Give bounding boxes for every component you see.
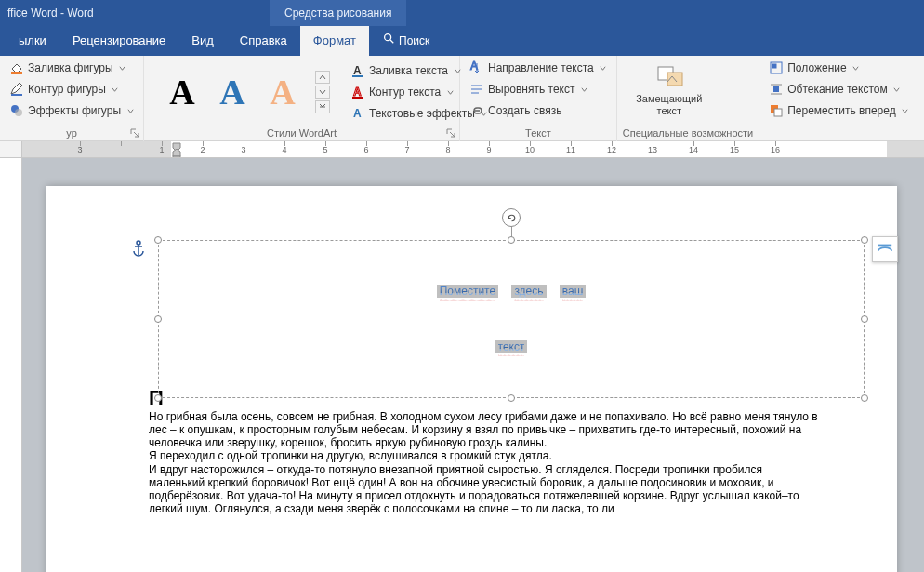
group-arrange: Положение Обтекание текстом Переместить … — [759, 56, 917, 141]
resize-handle-nw[interactable] — [154, 236, 162, 244]
dropdown-icon — [581, 86, 588, 93]
paint-bucket-icon — [9, 60, 24, 75]
ruler-tick: 7 — [404, 141, 409, 158]
wordart-word: Поместите — [440, 286, 495, 299]
group-accessibility: Замещающий текст Специальные возможности — [617, 56, 759, 141]
tab-references-partial[interactable]: ылки — [6, 26, 59, 56]
tab-search[interactable]: Поиск — [369, 26, 442, 56]
text-outline-icon: A — [350, 85, 365, 100]
gallery-scroll-down[interactable] — [315, 86, 330, 99]
group-label: Специальные возможности — [623, 126, 753, 141]
vertical-ruler[interactable] — [0, 158, 22, 572]
cmd-label: Замещающий текст — [632, 93, 706, 117]
tab-help[interactable]: Справка — [227, 26, 300, 56]
wordart-word: текст — [498, 341, 525, 355]
cmd-label: Эффекты фигуры — [28, 104, 121, 117]
alt-text-icon — [654, 61, 684, 91]
svg-rect-23 — [774, 109, 782, 116]
horizontal-ruler[interactable]: 3 1 2 3 4 5 6 7 8 9 10 11 12 13 14 15 16 — [22, 141, 924, 158]
resize-handle-w[interactable] — [154, 315, 162, 323]
svg-text:A: A — [353, 64, 362, 77]
ruler-tick: 9 — [486, 141, 491, 158]
cmd-label: Выровнять текст — [488, 83, 574, 96]
svg-rect-2 — [11, 72, 22, 74]
wordart-preset-3[interactable]: А — [261, 67, 304, 117]
resize-handle-e[interactable] — [861, 315, 868, 323]
align-text-button[interactable]: Выровнять текст — [466, 79, 611, 100]
ruler-tick: 8 — [445, 141, 450, 158]
wordart-word: здесь — [514, 286, 543, 299]
svg-text:A: A — [353, 86, 362, 99]
app-title: ffice Word - Word — [7, 7, 94, 20]
position-button[interactable]: Положение — [765, 58, 912, 78]
dialog-launcher-icon[interactable] — [128, 126, 141, 140]
indent-marker-bottom[interactable] — [167, 149, 186, 158]
document-body-text[interactable]: П Но грибная была осень, совсем не грибн… — [149, 386, 818, 515]
anchor-icon[interactable] — [132, 240, 145, 257]
wordart-preset-1[interactable]: А — [161, 67, 204, 117]
bring-forward-button[interactable]: Переместить вперед — [765, 100, 912, 121]
tab-review[interactable]: Рецензирование — [59, 26, 178, 56]
cmd-label: Текстовые эффекты — [369, 107, 475, 120]
shape-fill-button[interactable]: Заливка фигуры — [6, 58, 138, 78]
dialog-launcher-icon[interactable] — [444, 126, 457, 140]
ruler-tick: 2 — [200, 141, 205, 158]
layout-options-button[interactable] — [872, 236, 898, 262]
paragraph: И вдруг насторожился – откуда-то потянул… — [149, 463, 818, 516]
gallery-more[interactable] — [315, 100, 330, 113]
wordart-preset-2[interactable]: А — [211, 67, 254, 117]
pen-icon — [9, 82, 24, 97]
wordart-textbox[interactable]: Поместите здесь ваш текст — [158, 240, 865, 398]
ruler-tick: 4 — [282, 141, 286, 158]
page[interactable]: П Но грибная была осень, совсем не грибн… — [46, 186, 897, 572]
contextual-tools-tab[interactable]: Средства рисования — [270, 0, 406, 26]
dropdown-icon — [902, 107, 909, 114]
group-label — [765, 126, 912, 141]
text-fill-icon: A — [350, 63, 365, 78]
cmd-label: Переместить вперед — [787, 104, 895, 117]
rotate-handle[interactable] — [502, 208, 521, 227]
group-label: Текст — [466, 126, 611, 141]
resize-handle-ne[interactable] — [861, 236, 868, 244]
svg-marker-25 — [173, 149, 180, 156]
cmd-label: Создать связь — [488, 104, 561, 117]
shape-effects-button[interactable]: Эффекты фигуры — [6, 100, 138, 121]
ruler-tick: 16 — [771, 141, 780, 158]
svg-rect-30 — [878, 245, 891, 247]
wrap-text-icon — [769, 82, 784, 97]
wordart-gallery[interactable]: А А А — [150, 61, 343, 123]
tab-view[interactable]: Вид — [178, 26, 227, 56]
resize-handle-s[interactable] — [508, 394, 515, 402]
document-viewport[interactable]: П Но грибная была осень, совсем не грибн… — [0, 158, 924, 572]
gallery-scroll — [315, 71, 332, 113]
text-direction-button[interactable]: A Направление текста — [466, 58, 611, 78]
gallery-scroll-up[interactable] — [315, 71, 330, 84]
ruler-tick: 3 — [241, 141, 245, 158]
group-text: A Направление текста Выровнять текст Соз… — [460, 56, 617, 141]
svg-point-0 — [385, 34, 391, 41]
dropdown-icon — [852, 64, 860, 72]
resize-handle-sw[interactable] — [154, 394, 162, 402]
svg-rect-7 — [352, 75, 363, 77]
ruler-tick: 10 — [525, 141, 535, 158]
resize-handle-se[interactable] — [861, 394, 868, 402]
resize-handle-n[interactable] — [508, 236, 515, 244]
wordart-text[interactable]: Поместите здесь ваш текст — [232, 249, 790, 361]
create-link-button[interactable]: Создать связь — [466, 100, 611, 121]
group-shape-styles: Заливка фигуры Контур фигуры Эффекты фиг… — [0, 56, 144, 141]
link-icon — [469, 103, 484, 118]
dropdown-icon — [112, 86, 119, 93]
alt-text-button[interactable]: Замещающий текст — [623, 58, 716, 121]
cmd-label: Направление текста — [488, 61, 594, 74]
cmd-label: Заливка текста — [369, 64, 448, 77]
align-text-icon — [469, 82, 484, 97]
dropdown-icon — [119, 64, 126, 72]
svg-line-1 — [390, 40, 394, 44]
tab-format[interactable]: Формат — [300, 26, 369, 56]
wrap-text-button[interactable]: Обтекание текстом — [765, 79, 912, 100]
effects-icon — [9, 103, 24, 118]
svg-point-5 — [15, 109, 22, 116]
wordart-word: ваш — [562, 286, 584, 299]
shape-outline-button[interactable]: Контур фигуры — [6, 79, 138, 100]
ruler-tick: 11 — [566, 141, 575, 158]
